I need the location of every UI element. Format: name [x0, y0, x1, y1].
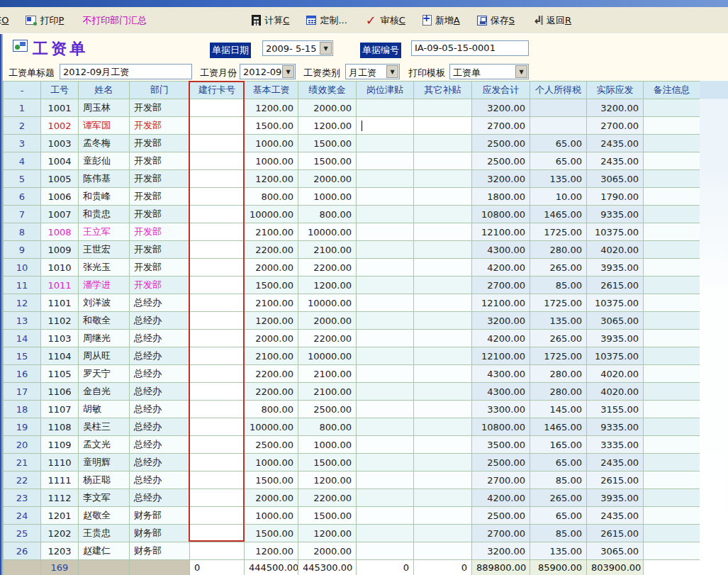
- cell-post[interactable]: [357, 454, 414, 471]
- cell-total[interactable]: 4200.00: [472, 259, 530, 277]
- cell-post[interactable]: [357, 418, 414, 436]
- cell-tax[interactable]: 65.00: [530, 454, 587, 471]
- cell-tax[interactable]: 280.00: [530, 383, 587, 401]
- cell-base[interactable]: 1000.00: [245, 507, 298, 525]
- cell-card[interactable]: [190, 525, 245, 542]
- cell-base[interactable]: 2100.00: [245, 223, 298, 241]
- cell-dept[interactable]: 开发部: [130, 99, 190, 117]
- cell-dept[interactable]: 总经办: [130, 365, 190, 383]
- print-template-combobox[interactable]: 工资单 ▼: [449, 64, 529, 79]
- cell-tax[interactable]: 1725.00: [530, 223, 587, 241]
- cell-other[interactable]: [414, 401, 472, 418]
- cell-no[interactable]: 11: [4, 277, 41, 294]
- sheet-title-field[interactable]: 2012-09月工资: [60, 64, 192, 79]
- cell-other[interactable]: [414, 206, 472, 223]
- cell-emp[interactable]: 1202: [41, 525, 79, 542]
- cell-post[interactable]: [357, 525, 414, 542]
- cell-tax[interactable]: 135.00: [530, 170, 587, 188]
- cell-name[interactable]: 金自光: [79, 383, 130, 401]
- cell-note[interactable]: [644, 294, 700, 312]
- column-header-net[interactable]: 实际应发: [587, 82, 644, 99]
- cell-post[interactable]: [357, 471, 414, 489]
- cell-net[interactable]: 3065.00: [587, 312, 644, 330]
- cell-no[interactable]: 14: [4, 330, 41, 347]
- cell-total[interactable]: 2500.00: [472, 135, 530, 152]
- cell-other[interactable]: [414, 188, 472, 206]
- table-row[interactable]: 71007和贵忠开发部10000.00800.0010800.001465.00…: [4, 206, 700, 223]
- cell-net[interactable]: 3935.00: [587, 489, 644, 507]
- cell-dept[interactable]: 开发部: [130, 170, 190, 188]
- customize-button[interactable]: 定制...: [306, 14, 347, 27]
- cell-emp[interactable]: 1201: [41, 507, 79, 525]
- cell-dept[interactable]: 总经办: [130, 312, 190, 330]
- cell-no[interactable]: 26: [4, 542, 41, 560]
- cell-no[interactable]: 25: [4, 525, 41, 542]
- cell-bonus[interactable]: 1200.00: [298, 277, 357, 294]
- cell-total[interactable]: 12100.00: [472, 294, 530, 312]
- cell-post[interactable]: [357, 365, 414, 383]
- cell-other[interactable]: [414, 294, 472, 312]
- cell-emp[interactable]: 1007: [41, 206, 79, 223]
- cell-base[interactable]: 2100.00: [245, 294, 298, 312]
- cell-card[interactable]: [190, 542, 245, 560]
- cell-emp[interactable]: 1003: [41, 135, 79, 152]
- cell-tax[interactable]: 85.00: [530, 471, 587, 489]
- cell-no[interactable]: 9: [4, 241, 41, 259]
- cell-base[interactable]: 10000.00: [245, 206, 298, 223]
- cell-other[interactable]: [414, 241, 472, 259]
- cell-other[interactable]: [414, 454, 472, 471]
- cell-bonus[interactable]: 2000.00: [298, 99, 357, 117]
- cell-base[interactable]: 1000.00: [245, 152, 298, 170]
- cell-post[interactable]: [357, 259, 414, 277]
- cell-note[interactable]: [644, 206, 700, 223]
- cell-post[interactable]: [357, 188, 414, 206]
- cell-base[interactable]: 1000.00: [245, 135, 298, 152]
- cell-note[interactable]: [644, 241, 700, 259]
- cell-name[interactable]: 潘学进: [79, 277, 130, 294]
- table-row[interactable]: 171106金自光总经办2200.002100.004300.00280.004…: [4, 383, 700, 401]
- cell-tax[interactable]: 280.00: [530, 365, 587, 383]
- cell-no[interactable]: 16: [4, 365, 41, 383]
- cell-dept[interactable]: 开发部: [130, 277, 190, 294]
- cell-emp[interactable]: 1011: [41, 277, 79, 294]
- cell-post[interactable]: [357, 241, 414, 259]
- cell-dept[interactable]: 开发部: [130, 223, 190, 241]
- cell-total[interactable]: 4300.00: [472, 365, 530, 383]
- cell-note[interactable]: [644, 259, 700, 277]
- cell-no[interactable]: 6: [4, 188, 41, 206]
- cell-other[interactable]: [414, 223, 472, 241]
- cell-emp[interactable]: 1005: [41, 170, 79, 188]
- cell-other[interactable]: [414, 471, 472, 489]
- cell-total[interactable]: 12100.00: [472, 347, 530, 365]
- cell-no[interactable]: 21: [4, 454, 41, 471]
- cell-dept[interactable]: 开发部: [130, 135, 190, 152]
- cell-total[interactable]: 4200.00: [472, 330, 530, 347]
- cell-tax[interactable]: 265.00: [530, 330, 587, 347]
- cell-card[interactable]: [190, 206, 245, 223]
- cell-post[interactable]: [357, 99, 414, 117]
- cell-dept[interactable]: 总经办: [130, 294, 190, 312]
- cell-dept[interactable]: 总经办: [130, 436, 190, 454]
- cell-card[interactable]: [190, 436, 245, 454]
- table-row[interactable]: 211110童明辉总经办1000.001500.002500.0065.0024…: [4, 454, 700, 471]
- table-row[interactable]: 201109孟文光总经办2500.001000.003500.00165.003…: [4, 436, 700, 454]
- cell-other[interactable]: [414, 152, 472, 170]
- cell-total[interactable]: 3200.00: [472, 312, 530, 330]
- cell-emp[interactable]: 1108: [41, 418, 79, 436]
- save-button[interactable]: 保存S: [477, 14, 515, 27]
- cell-total[interactable]: 12100.00: [472, 223, 530, 241]
- cell-bonus[interactable]: 2000.00: [298, 312, 357, 330]
- cell-no[interactable]: 8: [4, 223, 41, 241]
- cell-other[interactable]: [414, 135, 472, 152]
- cell-card[interactable]: [190, 401, 245, 418]
- table-row[interactable]: 241201赵敬全财务部1000.001500.002500.0065.0024…: [4, 507, 700, 525]
- cell-net[interactable]: 10375.00: [587, 223, 644, 241]
- cell-bonus[interactable]: 2200.00: [298, 489, 357, 507]
- cell-tax[interactable]: 65.00: [530, 135, 587, 152]
- cell-net[interactable]: 3065.00: [587, 542, 644, 560]
- cell-bonus[interactable]: 1000.00: [298, 436, 357, 454]
- cell-bonus[interactable]: 1500.00: [298, 135, 357, 152]
- cell-base[interactable]: 2200.00: [245, 365, 298, 383]
- cell-note[interactable]: [644, 383, 700, 401]
- cell-dept[interactable]: 开发部: [130, 241, 190, 259]
